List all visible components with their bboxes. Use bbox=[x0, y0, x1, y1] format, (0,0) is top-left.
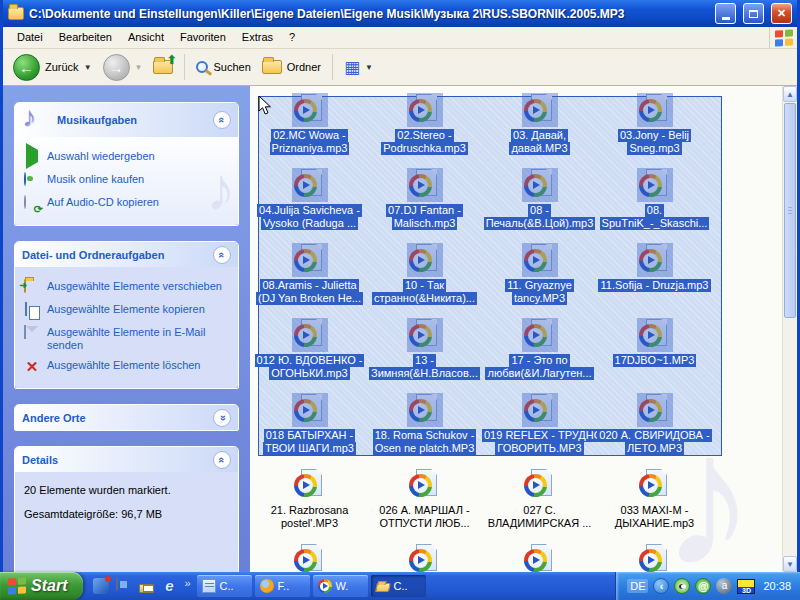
email-icon bbox=[24, 326, 40, 342]
file-item[interactable] bbox=[482, 544, 597, 572]
back-button[interactable]: ← Zurück ▼ bbox=[9, 52, 96, 83]
file-item[interactable]: 08 -Печаль(&В.Цой).mp3 bbox=[482, 169, 597, 230]
back-dropdown-icon[interactable]: ▼ bbox=[84, 63, 92, 72]
file-item[interactable]: 04.Julija Savicheva -Vysoko (Raduga ... bbox=[252, 169, 367, 230]
file-item[interactable]: 018 БАТЫРХАН -ТВОИ ШАГИ.mp3 bbox=[252, 394, 367, 455]
file-item[interactable]: 18. Roma Schukov -Osen ne platch.MP3 bbox=[367, 394, 482, 455]
file-name: 033 MAXI-M -ДЫХАНИЕ.mp3 bbox=[597, 504, 712, 530]
file-item[interactable]: 08.SpuTniK_-_Skaschi... bbox=[597, 169, 712, 230]
file-item[interactable]: 02.Stereo -Podruschka.mp3 bbox=[367, 94, 482, 155]
hide-icons-chevron-icon[interactable]: ‹ bbox=[653, 578, 669, 594]
start-label: Start bbox=[31, 577, 67, 595]
mobile-device-icon[interactable] bbox=[116, 578, 132, 594]
sphere-a-icon[interactable]: a bbox=[716, 578, 732, 594]
media-file-icon bbox=[293, 544, 327, 572]
media-file-icon bbox=[293, 244, 327, 276]
menu-bearbeiten[interactable]: Bearbeiten bbox=[51, 27, 120, 48]
music-tasks-title: Musikaufgaben bbox=[57, 114, 213, 126]
task-buy-music-online[interactable]: Musik online kaufen bbox=[24, 173, 229, 189]
file-item[interactable]: 027 С.ВЛАДИМИРСКАЯ ... bbox=[482, 469, 597, 530]
menu-datei[interactable]: Datei bbox=[9, 27, 51, 48]
media-file-icon bbox=[408, 169, 442, 201]
views-dropdown-icon[interactable]: ▼ bbox=[365, 63, 373, 72]
quick-launch-overflow-chevron[interactable]: » bbox=[184, 577, 190, 589]
taskbar-button-firefox[interactable]: F.. bbox=[255, 575, 310, 597]
file-tasks-header[interactable]: Datei- und Ordneraufgaben « bbox=[15, 242, 238, 267]
search-button[interactable]: Suchen bbox=[192, 59, 254, 75]
file-item[interactable]: 012 Ю. ВДОВЕНКО -ОГОНЬКИ.mp3 bbox=[252, 319, 367, 380]
file-item[interactable]: 03.Jony - BelijSneg.mp3 bbox=[597, 94, 712, 155]
file-item[interactable]: 17DJBO~1.MP3 bbox=[597, 319, 712, 367]
file-item[interactable]: 08.Aramis - Julietta(DJ Yan Broken He... bbox=[252, 244, 367, 305]
task-move-items[interactable]: Ausgewählte Elemente verschieben bbox=[24, 280, 229, 296]
task-email-items[interactable]: Ausgewählte Elemente in E-Mail senden bbox=[24, 326, 229, 352]
internet-explorer-icon[interactable]: e bbox=[161, 578, 177, 594]
file-name: 02.MC Wowa -Priznaniya.mp3 bbox=[252, 129, 367, 155]
file-item[interactable]: 033 MAXI-M -ДЫХАНИЕ.mp3 bbox=[597, 469, 712, 530]
start-button[interactable]: Start bbox=[0, 572, 83, 600]
file-item[interactable]: 11. Gryaznyetancy.MP3 bbox=[482, 244, 597, 305]
file-list-view[interactable]: ♪ 02.MC Wowa -Priznaniya.mp3 02.Stereo -… bbox=[250, 86, 797, 572]
file-item[interactable]: 11.Sofija - Druzja.mp3 bbox=[597, 244, 712, 292]
close-button[interactable]: ✕ bbox=[771, 3, 792, 24]
language-indicator[interactable]: DE bbox=[627, 579, 648, 593]
file-item[interactable]: 07.DJ Fantan -Malisch.mp3 bbox=[367, 169, 482, 230]
restore-button[interactable] bbox=[743, 3, 764, 24]
file-item[interactable]: 21. Razbrosanapostel'.MP3 bbox=[252, 469, 367, 530]
copy-icon bbox=[24, 303, 40, 319]
media-player-icon bbox=[318, 579, 332, 593]
file-item[interactable]: 026 А. МАРШАЛ -ОТПУСТИ ЛЮБ... bbox=[367, 469, 482, 530]
vertical-scrollbar[interactable]: ▲ ▼ bbox=[782, 86, 797, 572]
menu-help[interactable]: ? bbox=[281, 27, 303, 48]
other-places-header[interactable]: Andere Orte « bbox=[15, 405, 238, 430]
collapse-chevron-icon[interactable]: « bbox=[213, 111, 231, 129]
folders-button[interactable]: Ordner bbox=[258, 58, 325, 76]
file-item[interactable] bbox=[367, 544, 482, 572]
views-button[interactable]: ▦ ▼ bbox=[340, 57, 377, 78]
file-item[interactable] bbox=[597, 544, 712, 572]
forward-button[interactable]: → ▼ bbox=[99, 52, 147, 83]
expand-chevron-icon[interactable]: « bbox=[213, 409, 231, 427]
music-tasks-body: ♪ Auswahl wiedergeben Musik online kaufe… bbox=[15, 137, 238, 225]
task-copy-items[interactable]: Ausgewählte Elemente kopieren bbox=[24, 303, 229, 319]
mail-app-icon[interactable] bbox=[93, 578, 109, 594]
taskbar-button-explorer-active[interactable]: C.. bbox=[371, 575, 426, 597]
file-name: 08 -Печаль(&В.Цой).mp3 bbox=[482, 204, 597, 230]
file-name: 012 Ю. ВДОВЕНКО -ОГОНЬКИ.mp3 bbox=[252, 354, 367, 380]
menu-ansicht[interactable]: Ansicht bbox=[120, 27, 172, 48]
file-item[interactable]: 13 -Зимняя(&Н.Власов... bbox=[367, 319, 482, 380]
other-places-panel: Andere Orte « bbox=[14, 404, 239, 431]
eye-icon[interactable] bbox=[674, 578, 690, 594]
menu-favoriten[interactable]: Favoriten bbox=[172, 27, 234, 48]
taskbar-button-media-player[interactable]: W. bbox=[313, 575, 368, 597]
details-header[interactable]: Details « bbox=[15, 447, 238, 472]
at-icon[interactable]: @ bbox=[695, 578, 711, 594]
task-delete-items[interactable]: ✕ Ausgewählte Elemente löschen bbox=[24, 359, 229, 375]
xear3d-icon[interactable]: 3D bbox=[737, 579, 755, 594]
views-icon: ▦ bbox=[344, 59, 360, 76]
file-item[interactable]: 020 А. СВИРИДОВА -ЛЕТО.MP3 bbox=[597, 394, 712, 455]
task-copy-to-audio-cd[interactable]: Auf Audio-CD kopieren bbox=[24, 196, 229, 212]
media-file-icon bbox=[293, 394, 327, 426]
file-item[interactable]: 03. Давай,давай.MP3 bbox=[482, 94, 597, 155]
scroll-up-icon[interactable]: ▲ bbox=[783, 86, 797, 102]
scroll-down-icon[interactable]: ▼ bbox=[783, 556, 797, 572]
music-tasks-header[interactable]: ♪ Musikaufgaben « bbox=[15, 103, 238, 137]
taskbar-button-notepad[interactable]: C.. bbox=[197, 575, 252, 597]
minimize-button[interactable] bbox=[715, 3, 736, 24]
file-item[interactable]: 019 REFLEX - ТРУДНОГОВОРИТЬ.MP3 bbox=[482, 394, 597, 455]
titlebar[interactable]: C:\Dokumente und Einstellungen\Killer\Ei… bbox=[3, 0, 797, 27]
collapse-chevron-icon[interactable]: « bbox=[213, 246, 231, 264]
file-item[interactable] bbox=[252, 544, 367, 572]
scrollbar-thumb[interactable] bbox=[784, 103, 796, 318]
up-button[interactable]: ⬆ bbox=[149, 58, 177, 76]
file-item[interactable]: 10 - Такстранно(&Никита)... bbox=[367, 244, 482, 305]
menu-extras[interactable]: Extras bbox=[234, 27, 281, 48]
desktop-screen: C:\Dokumente und Einstellungen\Killer\Ei… bbox=[0, 0, 800, 600]
collapse-chevron-icon[interactable]: « bbox=[213, 451, 231, 469]
task-play-selection[interactable]: Auswahl wiedergeben bbox=[24, 150, 229, 166]
media-file-icon bbox=[523, 244, 557, 276]
file-item[interactable]: 17 - Это полюбви(&И.Лагутен... bbox=[482, 319, 597, 380]
file-name: 020 А. СВИРИДОВА -ЛЕТО.MP3 bbox=[597, 429, 712, 455]
printer-icon[interactable] bbox=[139, 584, 154, 593]
